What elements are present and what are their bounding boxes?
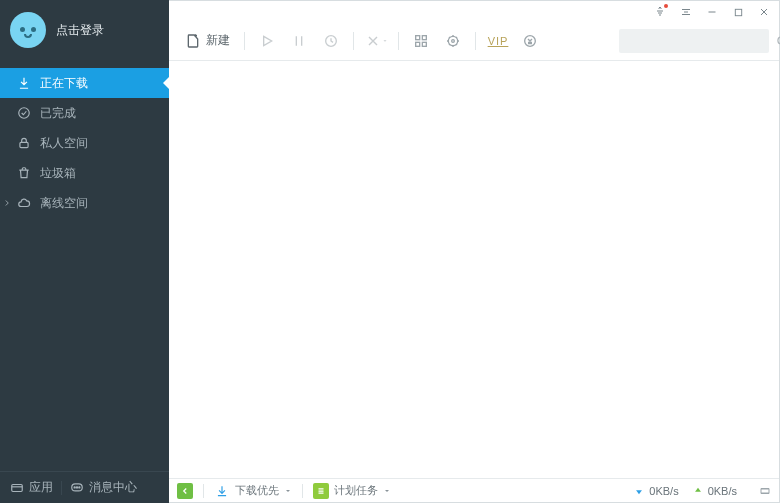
sidebar-item-label: 垃圾箱	[40, 165, 76, 182]
sidebar-item-label: 私人空间	[40, 135, 88, 152]
statusbar: 下载优先 计划任务 0KB/s	[169, 478, 779, 502]
svg-rect-9	[416, 35, 420, 39]
svg-rect-2	[12, 484, 23, 491]
svg-rect-10	[422, 35, 426, 39]
main-area: 新建	[169, 0, 780, 503]
app-window: 点击登录 正在下载 已完成 私人空间	[0, 0, 780, 503]
svg-rect-11	[416, 42, 420, 46]
coin-button[interactable]	[516, 27, 544, 55]
arrow-down-icon	[634, 486, 644, 496]
svg-rect-12	[422, 42, 426, 46]
cloud-icon	[16, 195, 32, 211]
schedule-icon	[313, 483, 329, 499]
svg-rect-19	[761, 489, 769, 493]
new-task-button[interactable]: 新建	[179, 27, 236, 55]
separator	[398, 32, 399, 50]
expand-panel-button[interactable]	[759, 485, 771, 497]
vip-button[interactable]: VIP	[484, 27, 512, 55]
apps-icon	[10, 481, 24, 495]
trash-icon	[16, 165, 32, 181]
titlebar	[169, 1, 779, 21]
collapse-panel-button[interactable]	[177, 483, 193, 499]
apps-button[interactable]: 应用	[10, 479, 53, 496]
check-circle-icon	[16, 105, 32, 121]
sidebar-item-label: 已完成	[40, 105, 76, 122]
priority-label: 下载优先	[235, 483, 279, 498]
lock-icon	[16, 135, 32, 151]
svg-point-14	[452, 39, 455, 42]
sidebar: 点击登录 正在下载 已完成 私人空间	[0, 0, 169, 503]
vip-label: VIP	[488, 35, 509, 47]
separator	[61, 481, 62, 495]
qrcode-button[interactable]	[407, 27, 435, 55]
sidebar-item-completed[interactable]: 已完成	[0, 98, 169, 128]
sidebar-item-label: 离线空间	[40, 195, 88, 212]
svg-point-0	[19, 108, 30, 119]
sidebar-item-label: 正在下载	[40, 75, 88, 92]
scheduled-label: 计划任务	[334, 483, 378, 498]
avatar[interactable]	[10, 12, 46, 48]
sidebar-nav: 正在下载 已完成 私人空间 垃圾箱	[0, 68, 169, 218]
priority-icon	[214, 483, 230, 499]
separator	[203, 484, 204, 498]
svg-rect-7	[735, 9, 741, 15]
minimize-button[interactable]	[705, 5, 719, 19]
arrow-up-icon	[693, 486, 703, 496]
content-area	[169, 61, 779, 478]
sidebar-item-downloading[interactable]: 正在下载	[0, 68, 169, 98]
separator	[353, 32, 354, 50]
start-button[interactable]	[253, 27, 281, 55]
toolbar: 新建	[169, 21, 779, 61]
download-priority-button[interactable]: 下载优先	[214, 483, 292, 499]
login-link[interactable]: 点击登录	[56, 22, 104, 39]
notification-icon[interactable]	[653, 5, 667, 19]
close-button[interactable]	[757, 5, 771, 19]
scheduled-tasks-button[interactable]: 计划任务	[313, 483, 391, 499]
download-icon	[16, 75, 32, 91]
message-icon	[70, 481, 84, 495]
menu-icon[interactable]	[679, 5, 693, 19]
speed-indicators: 0KB/s 0KB/s	[634, 485, 771, 497]
messages-label: 消息中心	[89, 479, 137, 496]
messages-button[interactable]: 消息中心	[70, 479, 137, 496]
separator	[302, 484, 303, 498]
settings-button[interactable]	[439, 27, 467, 55]
chevron-right-icon	[2, 198, 12, 208]
pause-button[interactable]	[285, 27, 313, 55]
new-task-label: 新建	[206, 32, 230, 49]
sidebar-item-private[interactable]: 私人空间	[0, 128, 169, 158]
sidebar-header: 点击登录	[0, 0, 169, 60]
svg-point-4	[74, 486, 75, 487]
search-box[interactable]	[619, 29, 769, 53]
sidebar-item-offline[interactable]: 离线空间	[0, 188, 169, 218]
apps-label: 应用	[29, 479, 53, 496]
separator	[475, 32, 476, 50]
restart-button[interactable]	[317, 27, 345, 55]
search-icon[interactable]	[775, 34, 780, 48]
svg-point-5	[76, 486, 77, 487]
upload-speed: 0KB/s	[693, 485, 737, 497]
delete-button[interactable]	[362, 27, 390, 55]
sidebar-footer: 应用 消息中心	[0, 471, 169, 503]
maximize-button[interactable]	[731, 5, 745, 19]
svg-rect-1	[20, 142, 28, 147]
search-input[interactable]	[625, 34, 775, 48]
sidebar-item-trash[interactable]: 垃圾箱	[0, 158, 169, 188]
upload-speed-value: 0KB/s	[708, 485, 737, 497]
new-task-icon	[185, 33, 201, 49]
separator	[244, 32, 245, 50]
download-speed-value: 0KB/s	[649, 485, 678, 497]
svg-point-6	[79, 486, 80, 487]
download-speed: 0KB/s	[634, 485, 678, 497]
